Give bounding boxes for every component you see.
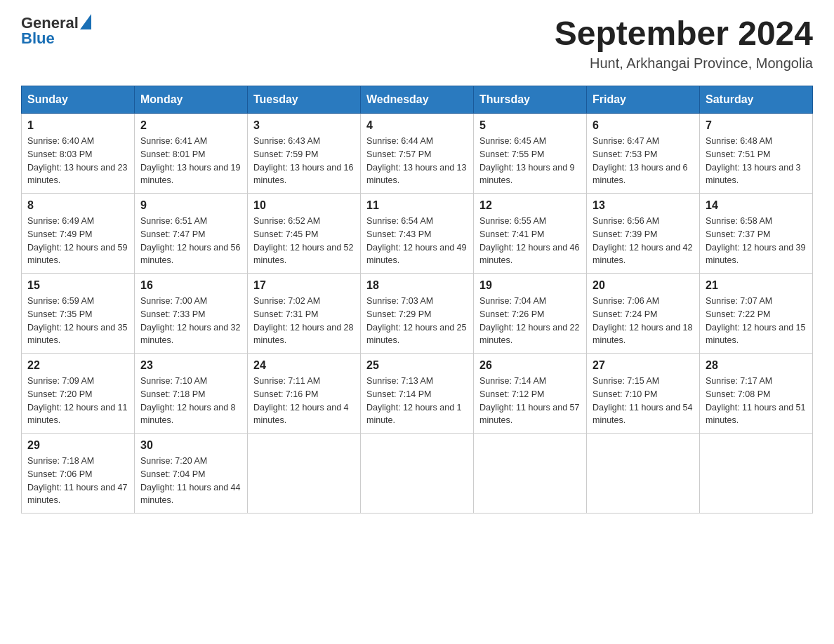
day-number: 25 (366, 359, 468, 372)
day-number: 28 (706, 359, 807, 372)
day-info: Sunrise: 7:17 AMSunset: 7:08 PMDaylight:… (706, 375, 807, 427)
calendar-cell: 23Sunrise: 7:10 AMSunset: 7:18 PMDayligh… (135, 354, 248, 434)
calendar-cell: 22Sunrise: 7:09 AMSunset: 7:20 PMDayligh… (22, 354, 135, 434)
calendar-cell: 4Sunrise: 6:44 AMSunset: 7:57 PMDaylight… (361, 114, 474, 194)
day-info: Sunrise: 6:40 AMSunset: 8:03 PMDaylight:… (27, 135, 128, 187)
calendar-cell: 20Sunrise: 7:06 AMSunset: 7:24 PMDayligh… (587, 274, 700, 354)
day-number: 4 (366, 119, 468, 132)
calendar-cell: 27Sunrise: 7:15 AMSunset: 7:10 PMDayligh… (587, 354, 700, 434)
day-info: Sunrise: 7:13 AMSunset: 7:14 PMDaylight:… (366, 375, 468, 427)
calendar-cell: 24Sunrise: 7:11 AMSunset: 7:16 PMDayligh… (248, 354, 361, 434)
day-number: 12 (479, 199, 581, 212)
calendar-cell: 25Sunrise: 7:13 AMSunset: 7:14 PMDayligh… (361, 354, 474, 434)
day-number: 16 (140, 279, 241, 292)
day-info: Sunrise: 7:20 AMSunset: 7:04 PMDaylight:… (140, 455, 241, 507)
day-number: 27 (593, 359, 694, 372)
day-info: Sunrise: 6:41 AMSunset: 8:01 PMDaylight:… (140, 135, 241, 187)
day-number: 19 (479, 279, 581, 292)
calendar-cell: 6Sunrise: 6:47 AMSunset: 7:53 PMDaylight… (587, 114, 700, 194)
day-info: Sunrise: 6:49 AMSunset: 7:49 PMDaylight:… (27, 215, 128, 267)
day-info: Sunrise: 6:52 AMSunset: 7:45 PMDaylight:… (253, 215, 355, 267)
day-info: Sunrise: 6:47 AMSunset: 7:53 PMDaylight:… (593, 135, 694, 187)
calendar-cell: 30Sunrise: 7:20 AMSunset: 7:04 PMDayligh… (135, 434, 248, 514)
day-info: Sunrise: 7:10 AMSunset: 7:18 PMDaylight:… (140, 375, 241, 427)
day-info: Sunrise: 7:00 AMSunset: 7:33 PMDaylight:… (140, 295, 241, 347)
day-info: Sunrise: 7:02 AMSunset: 7:31 PMDaylight:… (253, 295, 355, 347)
day-number: 6 (593, 119, 694, 132)
calendar-cell: 26Sunrise: 7:14 AMSunset: 7:12 PMDayligh… (474, 354, 587, 434)
day-info: Sunrise: 7:03 AMSunset: 7:29 PMDaylight:… (366, 295, 468, 347)
calendar-cell: 5Sunrise: 6:45 AMSunset: 7:55 PMDaylight… (474, 114, 587, 194)
calendar-body: 1Sunrise: 6:40 AMSunset: 8:03 PMDaylight… (22, 114, 813, 514)
col-wednesday: Wednesday (361, 86, 474, 114)
col-tuesday: Tuesday (248, 86, 361, 114)
page-header: General Blue September 2024 Hunt, Arkhan… (21, 14, 813, 72)
day-number: 14 (706, 199, 807, 212)
title-section: September 2024 Hunt, Arkhangai Province,… (555, 14, 813, 72)
day-number: 3 (253, 119, 355, 132)
day-info: Sunrise: 6:59 AMSunset: 7:35 PMDaylight:… (27, 295, 128, 347)
day-info: Sunrise: 6:56 AMSunset: 7:39 PMDaylight:… (593, 215, 694, 267)
day-info: Sunrise: 6:54 AMSunset: 7:43 PMDaylight:… (366, 215, 468, 267)
day-info: Sunrise: 6:58 AMSunset: 7:37 PMDaylight:… (706, 215, 807, 267)
day-number: 21 (706, 279, 807, 292)
day-number: 30 (140, 439, 241, 452)
day-number: 23 (140, 359, 241, 372)
day-number: 9 (140, 199, 241, 212)
day-number: 13 (593, 199, 694, 212)
calendar-cell: 16Sunrise: 7:00 AMSunset: 7:33 PMDayligh… (135, 274, 248, 354)
day-info: Sunrise: 7:11 AMSunset: 7:16 PMDaylight:… (253, 375, 355, 427)
col-monday: Monday (135, 86, 248, 114)
day-info: Sunrise: 6:48 AMSunset: 7:51 PMDaylight:… (706, 135, 807, 187)
day-number: 15 (27, 279, 128, 292)
calendar-cell: 8Sunrise: 6:49 AMSunset: 7:49 PMDaylight… (22, 194, 135, 274)
col-friday: Friday (587, 86, 700, 114)
day-info: Sunrise: 7:09 AMSunset: 7:20 PMDaylight:… (27, 375, 128, 427)
calendar-cell: 15Sunrise: 6:59 AMSunset: 7:35 PMDayligh… (22, 274, 135, 354)
day-info: Sunrise: 7:14 AMSunset: 7:12 PMDaylight:… (479, 375, 581, 427)
day-number: 2 (140, 119, 241, 132)
calendar-cell: 28Sunrise: 7:17 AMSunset: 7:08 PMDayligh… (700, 354, 813, 434)
day-number: 18 (366, 279, 468, 292)
day-number: 1 (27, 119, 128, 132)
calendar-cell: 10Sunrise: 6:52 AMSunset: 7:45 PMDayligh… (248, 194, 361, 274)
day-info: Sunrise: 6:51 AMSunset: 7:47 PMDaylight:… (140, 215, 241, 267)
day-number: 11 (366, 199, 468, 212)
calendar-cell (248, 434, 361, 514)
calendar-cell: 12Sunrise: 6:55 AMSunset: 7:41 PMDayligh… (474, 194, 587, 274)
col-saturday: Saturday (700, 86, 813, 114)
calendar-cell: 17Sunrise: 7:02 AMSunset: 7:31 PMDayligh… (248, 274, 361, 354)
calendar-cell: 29Sunrise: 7:18 AMSunset: 7:06 PMDayligh… (22, 434, 135, 514)
calendar-cell: 14Sunrise: 6:58 AMSunset: 7:37 PMDayligh… (700, 194, 813, 274)
logo-triangle-icon (80, 14, 91, 29)
day-info: Sunrise: 6:45 AMSunset: 7:55 PMDaylight:… (479, 135, 581, 187)
day-number: 20 (593, 279, 694, 292)
day-info: Sunrise: 6:55 AMSunset: 7:41 PMDaylight:… (479, 215, 581, 267)
day-number: 24 (253, 359, 355, 372)
calendar-week-row: 29Sunrise: 7:18 AMSunset: 7:06 PMDayligh… (22, 434, 813, 514)
day-number: 22 (27, 359, 128, 372)
calendar-cell (700, 434, 813, 514)
day-info: Sunrise: 7:07 AMSunset: 7:22 PMDaylight:… (706, 295, 807, 347)
calendar-cell: 9Sunrise: 6:51 AMSunset: 7:47 PMDaylight… (135, 194, 248, 274)
calendar-table: Sunday Monday Tuesday Wednesday Thursday… (21, 86, 813, 514)
calendar-cell: 19Sunrise: 7:04 AMSunset: 7:26 PMDayligh… (474, 274, 587, 354)
col-thursday: Thursday (474, 86, 587, 114)
day-info: Sunrise: 7:18 AMSunset: 7:06 PMDaylight:… (27, 455, 128, 507)
calendar-cell: 18Sunrise: 7:03 AMSunset: 7:29 PMDayligh… (361, 274, 474, 354)
day-info: Sunrise: 7:04 AMSunset: 7:26 PMDaylight:… (479, 295, 581, 347)
day-number: 5 (479, 119, 581, 132)
calendar-header-row: Sunday Monday Tuesday Wednesday Thursday… (22, 86, 813, 114)
day-number: 26 (479, 359, 581, 372)
day-number: 17 (253, 279, 355, 292)
day-number: 10 (253, 199, 355, 212)
calendar-cell: 1Sunrise: 6:40 AMSunset: 8:03 PMDaylight… (22, 114, 135, 194)
calendar-week-row: 22Sunrise: 7:09 AMSunset: 7:20 PMDayligh… (22, 354, 813, 434)
calendar-cell: 21Sunrise: 7:07 AMSunset: 7:22 PMDayligh… (700, 274, 813, 354)
day-number: 7 (706, 119, 807, 132)
day-number: 8 (27, 199, 128, 212)
day-info: Sunrise: 6:43 AMSunset: 7:59 PMDaylight:… (253, 135, 355, 187)
calendar-week-row: 1Sunrise: 6:40 AMSunset: 8:03 PMDaylight… (22, 114, 813, 194)
calendar-cell (474, 434, 587, 514)
day-info: Sunrise: 7:06 AMSunset: 7:24 PMDaylight:… (593, 295, 694, 347)
